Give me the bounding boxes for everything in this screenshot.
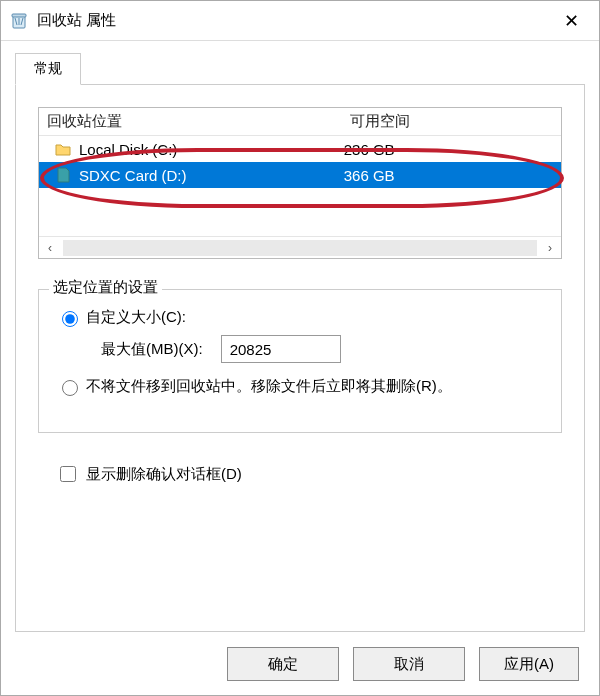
close-icon: ✕	[564, 10, 579, 32]
confirm-delete-checkbox[interactable]	[60, 466, 76, 482]
list-item-name: Local Disk (C:)	[79, 141, 342, 158]
list-item[interactable]: SDXC Card (D:) 366 GB	[39, 162, 561, 188]
scroll-left-icon[interactable]: ‹	[39, 237, 61, 259]
list-item-name: SDXC Card (D:)	[79, 167, 342, 184]
option-custom-size[interactable]: 自定义大小(C):	[57, 308, 543, 327]
max-size-label: 最大值(MB)(X):	[101, 340, 203, 359]
scroll-right-icon[interactable]: ›	[539, 237, 561, 259]
radio-custom-size[interactable]	[62, 311, 78, 327]
radio-no-recycle[interactable]	[62, 380, 78, 396]
horizontal-scrollbar[interactable]: ‹ ›	[39, 236, 561, 258]
confirm-delete-row[interactable]: 显示删除确认对话框(D)	[56, 463, 584, 485]
location-list-header: 回收站位置 可用空间	[39, 108, 561, 136]
list-item-size: 236 GB	[342, 141, 561, 158]
ok-button[interactable]: 确定	[227, 647, 339, 681]
option-no-recycle-label: 不将文件移到回收站中。移除文件后立即将其删除(R)。	[86, 377, 452, 396]
recycle-bin-icon	[9, 11, 29, 31]
tab-strip: 常规	[1, 41, 599, 84]
drive-icon	[53, 140, 73, 158]
sd-icon	[53, 166, 73, 184]
titlebar: 回收站 属性 ✕	[1, 1, 599, 41]
settings-group: 选定位置的设置 自定义大小(C): 最大值(MB)(X): 不将文件移到回收站中…	[38, 289, 562, 433]
location-list: 回收站位置 可用空间 Local Disk (C:) 236 GB	[38, 107, 562, 259]
header-available[interactable]: 可用空间	[342, 108, 561, 135]
tab-general[interactable]: 常规	[15, 53, 81, 85]
tab-panel-general: 回收站位置 可用空间 Local Disk (C:) 236 GB	[15, 84, 585, 632]
cancel-button[interactable]: 取消	[353, 647, 465, 681]
dialog-buttons: 确定 取消 应用(A)	[227, 647, 579, 681]
option-custom-size-label: 自定义大小(C):	[86, 308, 186, 327]
svg-rect-1	[12, 14, 26, 17]
location-list-body: Local Disk (C:) 236 GB SDXC Card (D:) 36…	[39, 136, 561, 236]
apply-button[interactable]: 应用(A)	[479, 647, 579, 681]
header-location[interactable]: 回收站位置	[39, 108, 342, 135]
max-size-row: 最大值(MB)(X):	[101, 335, 543, 363]
scroll-track[interactable]	[63, 240, 537, 256]
settings-group-title: 选定位置的设置	[49, 278, 162, 297]
recycle-bin-properties-window: 回收站 属性 ✕ 常规 回收站位置 可用空间 Local Disk (C:)	[0, 0, 600, 696]
confirm-delete-label: 显示删除确认对话框(D)	[86, 465, 242, 484]
option-no-recycle[interactable]: 不将文件移到回收站中。移除文件后立即将其删除(R)。	[57, 377, 543, 396]
list-item-size: 366 GB	[342, 167, 561, 184]
close-button[interactable]: ✕	[551, 2, 591, 40]
window-title: 回收站 属性	[37, 11, 551, 30]
max-size-input[interactable]	[221, 335, 341, 363]
list-item[interactable]: Local Disk (C:) 236 GB	[39, 136, 561, 162]
